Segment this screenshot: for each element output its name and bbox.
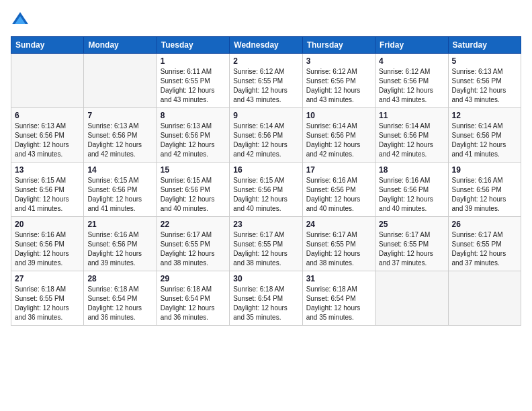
calendar-cell [84, 54, 157, 108]
day-detail: Sunrise: 6:17 AM Sunset: 6:55 PM Dayligh… [161, 230, 226, 268]
day-detail: Sunrise: 6:14 AM Sunset: 6:56 PM Dayligh… [379, 122, 444, 159]
day-detail: Sunrise: 6:15 AM Sunset: 6:56 PM Dayligh… [87, 176, 152, 214]
logo-icon [11, 11, 30, 30]
day-number: 6 [15, 111, 80, 120]
day-detail: Sunrise: 6:18 AM Sunset: 6:54 PM Dayligh… [161, 285, 226, 322]
day-number: 5 [452, 56, 517, 66]
day-number: 17 [306, 165, 371, 175]
day-detail: Sunrise: 6:16 AM Sunset: 6:56 PM Dayligh… [87, 230, 152, 268]
calendar-cell: 5Sunrise: 6:13 AM Sunset: 6:56 PM Daylig… [448, 54, 521, 108]
logo [11, 11, 32, 30]
calendar-cell: 10Sunrise: 6:14 AM Sunset: 6:56 PM Dayli… [302, 108, 375, 163]
day-detail: Sunrise: 6:12 AM Sunset: 6:55 PM Dayligh… [233, 67, 298, 105]
day-number: 22 [161, 220, 226, 229]
calendar-cell: 19Sunrise: 6:16 AM Sunset: 6:56 PM Dayli… [448, 163, 521, 217]
calendar-cell: 22Sunrise: 6:17 AM Sunset: 6:55 PM Dayli… [157, 217, 229, 271]
day-detail: Sunrise: 6:12 AM Sunset: 6:56 PM Dayligh… [379, 67, 444, 105]
day-detail: Sunrise: 6:18 AM Sunset: 6:55 PM Dayligh… [15, 285, 80, 322]
day-number: 13 [15, 165, 80, 175]
calendar-cell: 12Sunrise: 6:14 AM Sunset: 6:56 PM Dayli… [448, 108, 521, 163]
col-header-sunday: Sunday [11, 37, 84, 54]
calendar-cell: 18Sunrise: 6:16 AM Sunset: 6:56 PM Dayli… [375, 163, 448, 217]
day-number: 9 [233, 111, 298, 120]
calendar-cell: 21Sunrise: 6:16 AM Sunset: 6:56 PM Dayli… [84, 217, 157, 271]
calendar-cell: 4Sunrise: 6:12 AM Sunset: 6:56 PM Daylig… [375, 54, 448, 108]
day-number: 29 [161, 274, 226, 283]
calendar-cell: 6Sunrise: 6:13 AM Sunset: 6:56 PM Daylig… [11, 108, 84, 163]
day-number: 27 [15, 274, 80, 283]
calendar-cell: 27Sunrise: 6:18 AM Sunset: 6:55 PM Dayli… [11, 271, 84, 326]
day-number: 4 [379, 56, 444, 66]
day-detail: Sunrise: 6:14 AM Sunset: 6:56 PM Dayligh… [233, 122, 298, 159]
day-detail: Sunrise: 6:18 AM Sunset: 6:54 PM Dayligh… [87, 285, 152, 322]
day-detail: Sunrise: 6:15 AM Sunset: 6:56 PM Dayligh… [15, 176, 80, 214]
day-number: 26 [452, 220, 517, 229]
calendar-cell [448, 271, 521, 326]
calendar-cell: 11Sunrise: 6:14 AM Sunset: 6:56 PM Dayli… [375, 108, 448, 163]
day-detail: Sunrise: 6:11 AM Sunset: 6:55 PM Dayligh… [161, 67, 226, 105]
col-header-friday: Friday [375, 37, 448, 54]
calendar-header-row: SundayMondayTuesdayWednesdayThursdayFrid… [11, 37, 521, 54]
calendar-cell: 15Sunrise: 6:15 AM Sunset: 6:56 PM Dayli… [157, 163, 229, 217]
day-number: 1 [161, 56, 226, 66]
day-detail: Sunrise: 6:17 AM Sunset: 6:55 PM Dayligh… [452, 230, 517, 268]
day-detail: Sunrise: 6:15 AM Sunset: 6:56 PM Dayligh… [233, 176, 298, 214]
day-number: 8 [161, 111, 226, 120]
calendar-cell: 30Sunrise: 6:18 AM Sunset: 6:54 PM Dayli… [230, 271, 302, 326]
day-detail: Sunrise: 6:16 AM Sunset: 6:56 PM Dayligh… [15, 230, 80, 268]
calendar-cell: 7Sunrise: 6:13 AM Sunset: 6:56 PM Daylig… [84, 108, 157, 163]
day-detail: Sunrise: 6:18 AM Sunset: 6:54 PM Dayligh… [306, 285, 371, 322]
col-header-tuesday: Tuesday [157, 37, 229, 54]
day-number: 25 [379, 220, 444, 229]
day-number: 2 [233, 56, 298, 66]
day-number: 24 [306, 220, 371, 229]
day-number: 30 [233, 274, 298, 283]
day-number: 23 [233, 220, 298, 229]
day-number: 7 [87, 111, 152, 120]
day-detail: Sunrise: 6:13 AM Sunset: 6:56 PM Dayligh… [161, 122, 226, 159]
day-detail: Sunrise: 6:14 AM Sunset: 6:56 PM Dayligh… [452, 122, 517, 159]
day-number: 15 [161, 165, 226, 175]
calendar-cell: 23Sunrise: 6:17 AM Sunset: 6:55 PM Dayli… [230, 217, 302, 271]
day-detail: Sunrise: 6:17 AM Sunset: 6:55 PM Dayligh… [379, 230, 444, 268]
calendar-week-row: 27Sunrise: 6:18 AM Sunset: 6:55 PM Dayli… [11, 271, 521, 326]
calendar-cell: 2Sunrise: 6:12 AM Sunset: 6:55 PM Daylig… [230, 54, 302, 108]
col-header-thursday: Thursday [302, 37, 375, 54]
day-number: 31 [306, 274, 371, 283]
calendar-cell: 17Sunrise: 6:16 AM Sunset: 6:56 PM Dayli… [302, 163, 375, 217]
calendar-cell: 25Sunrise: 6:17 AM Sunset: 6:55 PM Dayli… [375, 217, 448, 271]
day-detail: Sunrise: 6:14 AM Sunset: 6:56 PM Dayligh… [306, 122, 371, 159]
col-header-wednesday: Wednesday [230, 37, 302, 54]
calendar-cell: 20Sunrise: 6:16 AM Sunset: 6:56 PM Dayli… [11, 217, 84, 271]
day-detail: Sunrise: 6:16 AM Sunset: 6:56 PM Dayligh… [379, 176, 444, 214]
day-number: 10 [306, 111, 371, 120]
day-number: 11 [379, 111, 444, 120]
calendar-cell: 14Sunrise: 6:15 AM Sunset: 6:56 PM Dayli… [84, 163, 157, 217]
calendar-cell: 29Sunrise: 6:18 AM Sunset: 6:54 PM Dayli… [157, 271, 229, 326]
day-number: 20 [15, 220, 80, 229]
day-number: 16 [233, 165, 298, 175]
day-detail: Sunrise: 6:13 AM Sunset: 6:56 PM Dayligh… [452, 67, 517, 105]
calendar-cell [11, 54, 84, 108]
calendar-week-row: 13Sunrise: 6:15 AM Sunset: 6:56 PM Dayli… [11, 163, 521, 217]
calendar-cell: 24Sunrise: 6:17 AM Sunset: 6:55 PM Dayli… [302, 217, 375, 271]
day-detail: Sunrise: 6:16 AM Sunset: 6:56 PM Dayligh… [452, 176, 517, 214]
day-detail: Sunrise: 6:16 AM Sunset: 6:56 PM Dayligh… [306, 176, 371, 214]
calendar-week-row: 1Sunrise: 6:11 AM Sunset: 6:55 PM Daylig… [11, 54, 521, 108]
day-detail: Sunrise: 6:13 AM Sunset: 6:56 PM Dayligh… [15, 122, 80, 159]
page-header [11, 11, 521, 30]
day-number: 21 [87, 220, 152, 229]
col-header-monday: Monday [84, 37, 157, 54]
calendar-week-row: 20Sunrise: 6:16 AM Sunset: 6:56 PM Dayli… [11, 217, 521, 271]
calendar-cell: 1Sunrise: 6:11 AM Sunset: 6:55 PM Daylig… [157, 54, 229, 108]
day-detail: Sunrise: 6:17 AM Sunset: 6:55 PM Dayligh… [306, 230, 371, 268]
calendar-cell: 3Sunrise: 6:12 AM Sunset: 6:56 PM Daylig… [302, 54, 375, 108]
day-number: 19 [452, 165, 517, 175]
calendar-cell: 13Sunrise: 6:15 AM Sunset: 6:56 PM Dayli… [11, 163, 84, 217]
calendar-cell: 16Sunrise: 6:15 AM Sunset: 6:56 PM Dayli… [230, 163, 302, 217]
day-detail: Sunrise: 6:17 AM Sunset: 6:55 PM Dayligh… [233, 230, 298, 268]
day-detail: Sunrise: 6:13 AM Sunset: 6:56 PM Dayligh… [87, 122, 152, 159]
day-number: 28 [87, 274, 152, 283]
day-number: 3 [306, 56, 371, 66]
day-detail: Sunrise: 6:12 AM Sunset: 6:56 PM Dayligh… [306, 67, 371, 105]
